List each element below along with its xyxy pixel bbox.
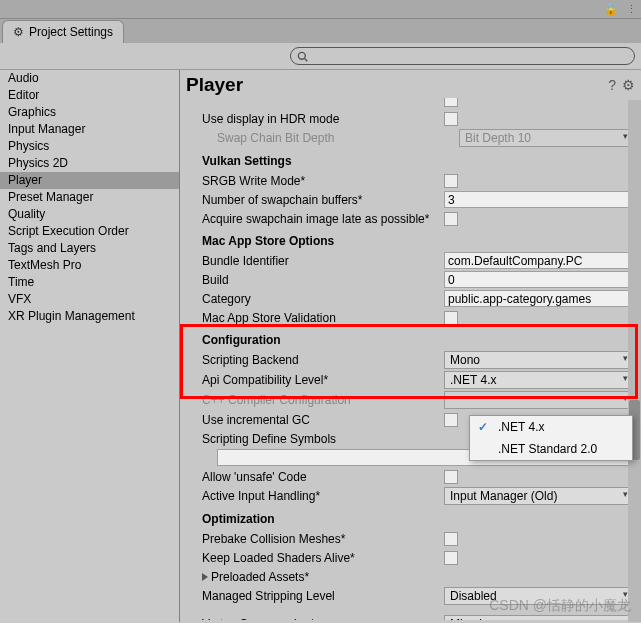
checkbox[interactable] — [444, 174, 458, 188]
sidebar-item-physics-2d[interactable]: Physics 2D — [0, 155, 179, 172]
dropdown-option[interactable]: .NET Standard 2.0 — [470, 438, 632, 460]
setting-label: Number of swapchain buffers* — [202, 193, 444, 207]
checkbox[interactable] — [444, 470, 458, 484]
setting-row: SRGB Write Mode* — [202, 171, 633, 190]
lock-icon[interactable]: 🔒 — [604, 3, 618, 16]
setting-row: Scripting BackendMono — [202, 350, 633, 370]
setting-label — [202, 98, 444, 104]
setting-row: Bundle Identifier — [202, 251, 633, 270]
content-panel: Player ? ⚙ Use display in HDR modeSwap C… — [180, 70, 641, 622]
sidebar-item-time[interactable]: Time — [0, 274, 179, 291]
tab-project-settings[interactable]: ⚙ Project Settings — [2, 20, 124, 43]
checkbox[interactable] — [444, 112, 458, 126]
setting-row: Use display in HDR mode — [202, 109, 633, 128]
sidebar-item-xr-plugin-management[interactable]: XR Plugin Management — [0, 308, 179, 325]
text-input[interactable] — [444, 191, 633, 208]
text-input[interactable] — [444, 252, 633, 269]
dropdown[interactable]: Input Manager (Old) — [444, 487, 633, 505]
setting-row: Vertex Compression*Mixed... — [202, 614, 633, 620]
sidebar-item-preset-manager[interactable]: Preset Manager — [0, 189, 179, 206]
page-title: Player — [186, 74, 602, 96]
setting-label: SRGB Write Mode* — [202, 174, 444, 188]
setting-label: Managed Stripping Level — [202, 589, 444, 603]
tab-bar: ⚙ Project Settings — [0, 19, 641, 43]
section-header: Configuration — [202, 327, 633, 350]
setting-label: Acquire swapchain image late as possible… — [202, 212, 444, 226]
dropdown-option[interactable]: ✓.NET 4.x — [470, 416, 632, 438]
dropdown: Bit Depth 10 — [459, 129, 633, 147]
sidebar-item-audio[interactable]: Audio — [0, 70, 179, 87]
sidebar-item-input-manager[interactable]: Input Manager — [0, 121, 179, 138]
setting-row: Number of swapchain buffers* — [202, 190, 633, 209]
text-input[interactable] — [444, 290, 633, 307]
sidebar-item-player[interactable]: Player — [0, 172, 179, 189]
setting-row: C++ Compiler Configuration — [202, 390, 633, 410]
dropdown — [444, 391, 633, 409]
setting-label: Category — [202, 292, 444, 306]
checkbox[interactable] — [444, 98, 458, 107]
sidebar-item-graphics[interactable]: Graphics — [0, 104, 179, 121]
menu-icon[interactable]: ⋮ — [626, 3, 637, 16]
help-icon[interactable]: ? — [608, 77, 616, 93]
text-input[interactable] — [444, 271, 633, 288]
section-header: Optimization — [202, 506, 633, 529]
scrollbar-vertical[interactable] — [628, 100, 641, 622]
sidebar-item-quality[interactable]: Quality — [0, 206, 179, 223]
setting-row: Build — [202, 270, 633, 289]
checkbox[interactable] — [444, 311, 458, 325]
tab-label: Project Settings — [29, 25, 113, 39]
setting-label: Use display in HDR mode — [202, 112, 444, 126]
setting-row: Prebake Collision Meshes* — [202, 529, 633, 548]
setting-label: Scripting Define Symbols — [202, 432, 444, 446]
setting-label: Preloaded Assets* — [202, 570, 444, 584]
setting-row: Swap Chain Bit DepthBit Depth 10 — [202, 128, 633, 148]
search-input[interactable] — [290, 47, 635, 65]
gear-icon: ⚙ — [13, 25, 24, 39]
dropdown[interactable]: Mixed... — [444, 615, 633, 620]
setting-row: Keep Loaded Shaders Alive* — [202, 548, 633, 567]
search-row — [0, 43, 641, 70]
sidebar-item-vfx[interactable]: VFX — [0, 291, 179, 308]
sidebar-item-tags-and-layers[interactable]: Tags and Layers — [0, 240, 179, 257]
section-header: Vulkan Settings — [202, 148, 633, 171]
setting-row: Managed Stripping LevelDisabled — [202, 586, 633, 606]
setting-row: Category — [202, 289, 633, 308]
setting-row: Api Compatibility Level*.NET 4.x — [202, 370, 633, 390]
sidebar-item-textmesh-pro[interactable]: TextMesh Pro — [0, 257, 179, 274]
section-header: Mac App Store Options — [202, 228, 633, 251]
checkbox[interactable] — [444, 413, 458, 427]
sidebar-item-physics[interactable]: Physics — [0, 138, 179, 155]
dropdown[interactable]: .NET 4.x — [444, 371, 633, 389]
dropdown[interactable]: Mono — [444, 351, 633, 369]
setting-row: Acquire swapchain image late as possible… — [202, 209, 633, 228]
setting-row: Mac App Store Validation — [202, 308, 633, 327]
checkbox[interactable] — [444, 532, 458, 546]
setting-label: Scripting Backend — [202, 353, 444, 367]
setting-label: Mac App Store Validation — [202, 311, 444, 325]
setting-row: Preloaded Assets* — [202, 567, 633, 586]
checkbox[interactable] — [444, 551, 458, 565]
setting-label: Use incremental GC — [202, 413, 444, 427]
dropdown[interactable]: Disabled — [444, 587, 633, 605]
sidebar-item-script-execution-order[interactable]: Script Execution Order — [0, 223, 179, 240]
api-level-dropdown-menu: ✓.NET 4.x.NET Standard 2.0 — [469, 415, 633, 461]
setting-label: Vertex Compression* — [202, 617, 444, 620]
settings-icon[interactable]: ⚙ — [622, 77, 635, 93]
setting-label: Active Input Handling* — [202, 489, 444, 503]
setting-label: Api Compatibility Level* — [202, 373, 444, 387]
setting-label: Prebake Collision Meshes* — [202, 532, 444, 546]
setting-label: Build — [202, 273, 444, 287]
checkbox[interactable] — [444, 212, 458, 226]
setting-label: Keep Loaded Shaders Alive* — [202, 551, 444, 565]
expand-icon[interactable] — [202, 573, 208, 581]
setting-label: Allow 'unsafe' Code — [202, 470, 444, 484]
sidebar-item-editor[interactable]: Editor — [0, 87, 179, 104]
check-icon: ✓ — [478, 420, 488, 434]
sidebar: AudioEditorGraphicsInput ManagerPhysicsP… — [0, 70, 180, 622]
setting-label: Swap Chain Bit Depth — [217, 131, 459, 145]
setting-row: Allow 'unsafe' Code — [202, 467, 633, 486]
setting-label: Bundle Identifier — [202, 254, 444, 268]
setting-row: Active Input Handling*Input Manager (Old… — [202, 486, 633, 506]
setting-label: C++ Compiler Configuration — [202, 393, 444, 407]
